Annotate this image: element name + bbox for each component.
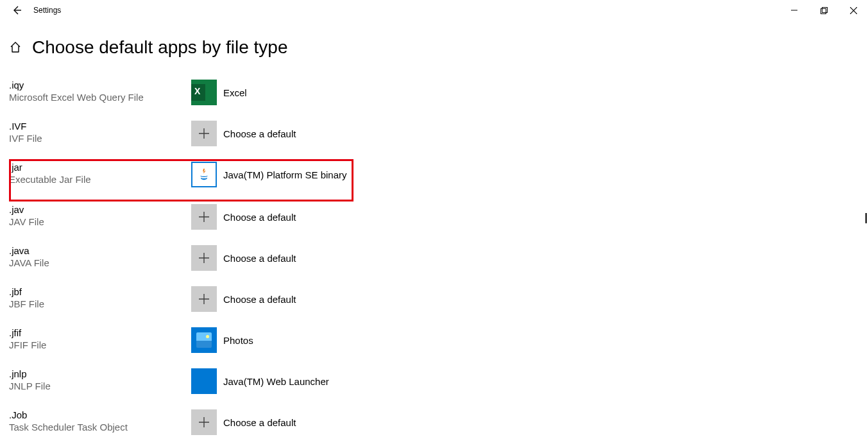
file-type-row: .jarExecutable Jar FileJava(TM) Platform… — [9, 159, 353, 201]
window-titlebar: Settings — [0, 0, 868, 21]
file-type-row: .javJAV FileChoose a default — [9, 201, 868, 243]
file-type-row: .JobTask Scheduler Task ObjectChoose a d… — [9, 407, 868, 437]
plus-icon — [191, 245, 217, 271]
file-type-row: .jfifJFIF FilePhotos — [9, 325, 868, 366]
file-type-info: .javJAV File — [9, 201, 191, 227]
default-app-button[interactable]: Excel — [191, 77, 247, 105]
maximize-button[interactable] — [809, 0, 838, 21]
file-type-info: .jnlpJNLP File — [9, 366, 191, 391]
file-extension: .jar — [9, 162, 191, 173]
file-type-info: .jfifJFIF File — [9, 325, 191, 350]
file-type-row: .jnlpJNLP FileJava(TM) Web Launcher — [9, 366, 868, 407]
default-app-label: Choose a default — [223, 253, 296, 264]
default-app-button[interactable]: Choose a default — [191, 407, 296, 435]
default-app-button[interactable]: Choose a default — [191, 118, 296, 146]
plus-icon — [191, 121, 217, 146]
file-type-description: JNLP File — [9, 381, 191, 391]
default-app-button[interactable]: Photos — [191, 325, 253, 353]
default-app-label: Choose a default — [223, 294, 296, 305]
page-header: Choose default apps by file type — [0, 37, 868, 58]
file-type-row: .jbfJBF FileChoose a default — [9, 284, 868, 325]
file-type-description: Executable Jar File — [9, 174, 191, 185]
default-app-label: Choose a default — [223, 417, 296, 428]
default-app-button[interactable]: Java(TM) Platform SE binary — [191, 159, 347, 187]
file-extension: .java — [9, 245, 191, 256]
file-type-info: .JobTask Scheduler Task Object — [9, 407, 191, 433]
file-type-list: .iqyMicrosoft Excel Web Query FileExcel.… — [0, 77, 868, 437]
file-type-description: JFIF File — [9, 339, 191, 350]
file-extension: .jnlp — [9, 368, 191, 379]
home-icon[interactable] — [9, 41, 22, 54]
default-app-button[interactable]: Java(TM) Web Launcher — [191, 366, 329, 394]
close-button[interactable] — [838, 0, 868, 21]
default-app-label: Excel — [223, 87, 247, 98]
file-type-row: .iqyMicrosoft Excel Web Query FileExcel — [9, 77, 868, 118]
plus-icon — [191, 286, 217, 312]
window-controls — [779, 0, 868, 21]
file-type-info: .javaJAVA File — [9, 243, 191, 268]
file-type-description: IVF File — [9, 133, 191, 144]
file-type-description: JAVA File — [9, 257, 191, 268]
plus-icon — [191, 204, 217, 230]
file-type-description: Microsoft Excel Web Query File — [9, 92, 191, 103]
plus-icon — [191, 409, 217, 435]
default-app-label: Choose a default — [223, 212, 296, 223]
svg-rect-0 — [821, 8, 826, 13]
file-type-row: .javaJAVA FileChoose a default — [9, 243, 868, 284]
default-app-button[interactable]: Choose a default — [191, 243, 296, 271]
file-extension: .IVF — [9, 121, 191, 132]
default-app-label: Photos — [223, 335, 253, 346]
file-type-description: JBF File — [9, 298, 191, 309]
scrollbar-thumb[interactable] — [865, 213, 867, 223]
default-app-label: Java(TM) Web Launcher — [223, 376, 329, 387]
svg-rect-1 — [822, 7, 827, 12]
default-app-label: Choose a default — [223, 128, 296, 139]
file-type-info: .iqyMicrosoft Excel Web Query File — [9, 77, 191, 103]
file-type-info: .jbfJBF File — [9, 284, 191, 309]
default-app-button[interactable]: Choose a default — [191, 284, 296, 312]
file-extension: .jbf — [9, 286, 191, 297]
java-icon — [191, 162, 217, 187]
file-extension: .jav — [9, 204, 191, 215]
default-app-label: Java(TM) Platform SE binary — [223, 169, 347, 180]
file-type-description: Task Scheduler Task Object — [9, 422, 191, 433]
minimize-button[interactable] — [779, 0, 809, 21]
file-type-info: .jarExecutable Jar File — [9, 159, 191, 185]
default-app-button[interactable]: Choose a default — [191, 201, 296, 230]
file-extension: .iqy — [9, 80, 191, 90]
file-extension: .Job — [9, 409, 191, 420]
app-title: Settings — [33, 6, 61, 15]
titlebar-left: Settings — [0, 5, 61, 15]
file-type-row: .IVFIVF FileChoose a default — [9, 118, 868, 159]
page-title: Choose default apps by file type — [32, 37, 287, 58]
file-type-description: JAV File — [9, 216, 191, 227]
file-extension: .jfif — [9, 327, 191, 338]
file-type-info: .IVFIVF File — [9, 118, 191, 144]
jnlp-icon — [191, 368, 217, 394]
photos-icon — [191, 327, 217, 353]
excel-icon — [191, 80, 217, 105]
back-button[interactable] — [12, 5, 22, 15]
